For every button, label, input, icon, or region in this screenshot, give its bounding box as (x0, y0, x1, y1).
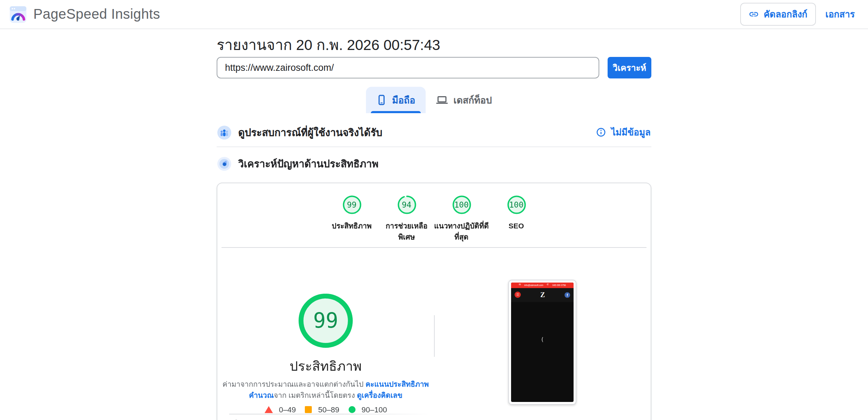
accessibility-gauge: 94 (397, 195, 416, 215)
metrics-title: เมตริก (222, 417, 243, 420)
expand-view-toggle[interactable]: ขยายมุมมอง (604, 417, 646, 420)
see-calculator-link[interactable]: ดูเครื่องคิดเลข (357, 391, 402, 399)
lighthouse-icon (217, 157, 231, 170)
pagespeed-insights-page: PageSpeed Insights คัดลอกลิงก์ เอกสาร รา… (0, 0, 868, 420)
orange-square-icon (305, 406, 312, 413)
no-data-label: ไม่มีข้อมูล (611, 125, 651, 140)
screenshot-email: info@zairosoft.com (524, 284, 543, 286)
performance-summary-column: 99 ประสิทธิภาพ ค่ามาจากการประมาณและอาจแต… (217, 247, 434, 414)
facebook-icon: f (565, 292, 570, 297)
tab-desktop[interactable]: เดสก์ท็อป (426, 87, 502, 113)
desc-text: จาก เมตริกเหล่านี้โดยตรง (274, 391, 357, 399)
performance-result-grid: 99 ประสิทธิภาพ ค่ามาจากการประมาณและอาจแต… (217, 247, 651, 414)
url-form: วิเคราะห์ (217, 57, 651, 78)
active-tab-indicator (370, 111, 421, 113)
category-accessibility[interactable]: 94 การช่วยเหลือพิเศษ (379, 195, 434, 243)
performance-description: ค่ามาจากการประมาณและอาจแตกต่างกันไป คะแน… (217, 378, 434, 401)
copy-link-label: คัดลอกลิงก์ (763, 7, 807, 22)
header-actions: คัดลอกลิงก์ เอกสาร (740, 3, 859, 26)
site-logo: Z (540, 291, 545, 299)
field-data-title: ดูประสบการณ์ที่ผู้ใช้งานจริงได้รับ (238, 124, 382, 140)
best-practices-gauge: 100 (452, 195, 471, 215)
field-data-section: ดูประสบการณ์ที่ผู้ใช้งานจริงได้รับ ไม่มี… (217, 121, 651, 147)
desktop-laptop-icon (436, 94, 448, 106)
score-legend: 0–49 50–89 90–100 (264, 405, 387, 414)
performance-gauge: 99 (342, 195, 361, 215)
info-icon (596, 128, 606, 137)
legend-pass-range: 90–100 (361, 405, 387, 414)
performance-section-title: ประสิทธิภาพ (290, 357, 362, 375)
category-performance[interactable]: 99 ประสิทธิภาพ (324, 195, 379, 243)
screenshot-phone: 045 099 0756 (552, 284, 566, 286)
accessibility-label: การช่วยเหลือพิเศษ (379, 221, 434, 243)
docs-link[interactable]: เอกสาร (825, 7, 855, 22)
tab-mobile-label: มือถือ (392, 92, 415, 108)
real-users-icon (217, 125, 231, 139)
report-title: รายงานจาก 20 ก.พ. 2026 00:57:43 (217, 36, 651, 54)
screenshot-column: ✉ info@zairosoft.com ✆ 045 099 0756 ☰ Z … (434, 247, 651, 414)
screenshot-navbar: ☰ Z f (511, 288, 574, 302)
legend-average-range: 50–89 (318, 405, 339, 414)
link-icon (748, 9, 759, 19)
legend-pass: 90–100 (348, 405, 387, 414)
category-scores-row: 99 ประสิทธิภาพ 94 การช่วยเหลือพิเศษ (217, 183, 651, 243)
green-circle-icon (348, 406, 355, 413)
hamburger-menu-icon: ☰ (515, 292, 521, 298)
diagnose-section: วิเคราะห์ปัญหาด้านประสิทธิภาพ (217, 147, 651, 177)
column-divider (434, 315, 435, 356)
desc-text: ค่ามาจากการประมาณและอาจแตกต่างกันไป (223, 379, 366, 388)
performance-big-score: 99 (299, 293, 353, 347)
page-screenshot-thumbnail: ✉ info@zairosoft.com ✆ 045 099 0756 ☰ Z … (508, 279, 576, 404)
app-title: PageSpeed Insights (33, 6, 160, 22)
legend-fail-range: 0–49 (279, 405, 296, 414)
copy-link-button[interactable]: คัดลอกลิงก์ (740, 3, 816, 26)
mobile-phone-icon (376, 94, 386, 106)
tab-mobile[interactable]: มือถือ (366, 87, 426, 113)
legend-fail: 0–49 (264, 405, 296, 414)
no-data-link[interactable]: ไม่มีข้อมูล (596, 125, 651, 140)
seo-gauge: 100 (507, 195, 526, 215)
pagespeed-logo-icon[interactable] (9, 5, 27, 23)
metrics-section: เมตริก ขยายมุมมอง (217, 414, 651, 420)
tab-desktop-label: เดสก์ท็อป (453, 92, 492, 108)
phone-icon: ✆ (547, 284, 549, 286)
email-icon: ✉ (519, 284, 521, 286)
diagnose-title: วิเคราะห์ปัญหาด้านประสิทธิภาพ (238, 156, 378, 171)
screenshot-topbar: ✉ info@zairosoft.com ✆ 045 099 0756 (511, 282, 574, 288)
analyze-button[interactable]: วิเคราะห์ (608, 57, 651, 78)
lighthouse-report-card: 99 ประสิทธิภาพ 94 การช่วยเหลือพิเศษ (217, 183, 651, 420)
performance-big-gauge: 99 (299, 293, 353, 347)
loading-spinner-glyph: ( (541, 336, 544, 343)
screenshot-content: ✉ info@zairosoft.com ✆ 045 099 0756 ☰ Z … (511, 282, 574, 402)
red-triangle-icon (264, 406, 273, 413)
accessibility-score: 94 (397, 195, 416, 215)
best-practices-score: 100 (452, 195, 471, 215)
url-input[interactable] (217, 57, 599, 78)
seo-label: SEO (509, 221, 524, 232)
performance-label: ประสิทธิภาพ (332, 221, 372, 232)
device-tabs: มือถือ เดสก์ท็อป (217, 87, 651, 113)
metrics-header: เมตริก ขยายมุมมอง (220, 414, 648, 420)
category-seo[interactable]: 100 SEO (489, 195, 544, 243)
legend-average: 50–89 (305, 405, 339, 414)
best-practices-label: แนวทางปฏิบัติที่ดี ที่สุด (434, 221, 489, 243)
performance-score: 99 (342, 195, 361, 215)
main-content: รายงานจาก 20 ก.พ. 2026 00:57:43 วิเคราะห… (217, 36, 651, 420)
seo-score: 100 (507, 195, 526, 215)
category-best-practices[interactable]: 100 แนวทางปฏิบัติที่ดี ที่สุด (434, 195, 489, 243)
app-header: PageSpeed Insights คัดลอกลิงก์ เอกสาร (0, 0, 868, 29)
